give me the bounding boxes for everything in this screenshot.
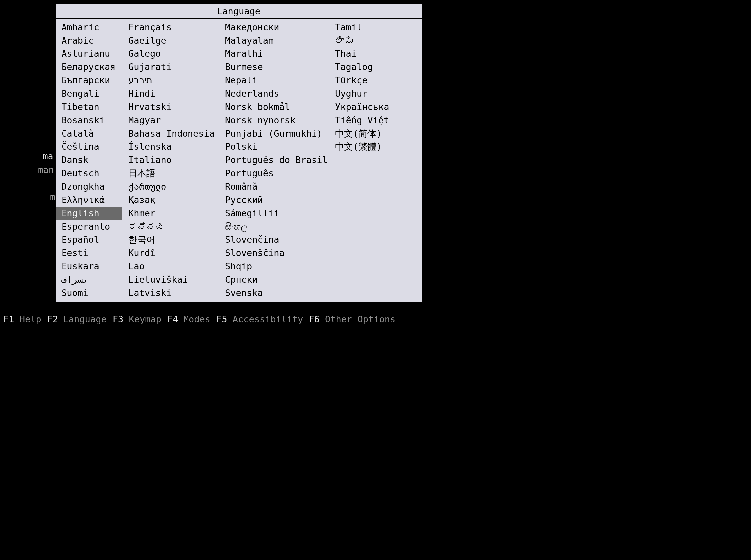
- background-text-fragment: ma: [42, 152, 53, 161]
- language-option[interactable]: Tamil: [329, 21, 418, 34]
- language-columns: AmharicArabicAsturianuБеларускаяБългарск…: [56, 19, 422, 302]
- background-text-fragment: man: [38, 165, 54, 175]
- language-option[interactable]: Burmese: [219, 60, 329, 74]
- language-option[interactable]: Bahasa Indonesia: [122, 127, 219, 140]
- language-dialog-title: Language: [56, 4, 422, 19]
- fkey-label: Language: [63, 314, 107, 324]
- language-option[interactable]: Español: [56, 233, 122, 246]
- language-column: МакедонскиMalayalamMarathiBurmeseNepaliN…: [219, 19, 329, 302]
- language-option[interactable]: Nederlands: [219, 87, 329, 100]
- language-option[interactable]: లేెాఎేు: [329, 34, 418, 47]
- language-option[interactable]: 中文(简体): [329, 127, 418, 140]
- language-option[interactable]: Deutsch: [56, 167, 122, 180]
- language-option[interactable]: Bengali: [56, 87, 122, 100]
- language-option[interactable]: Gaeilge: [122, 34, 219, 47]
- language-option[interactable]: Esperanto: [56, 220, 122, 233]
- language-option[interactable]: Português do Brasil: [219, 154, 329, 167]
- language-option[interactable]: සිංහල: [219, 220, 329, 233]
- fkey-key: F1: [3, 314, 14, 324]
- language-option[interactable]: Türkçe: [329, 74, 418, 87]
- language-option[interactable]: ქართული: [122, 180, 219, 193]
- language-option[interactable]: Latviski: [122, 286, 219, 300]
- language-option[interactable]: Čeština: [56, 140, 122, 154]
- language-option[interactable]: 中文(繁體): [329, 140, 418, 154]
- language-option[interactable]: Euskara: [56, 260, 122, 273]
- language-option[interactable]: תירבע: [122, 74, 219, 87]
- language-option[interactable]: Eesti: [56, 246, 122, 260]
- language-option[interactable]: Dzongkha: [56, 180, 122, 193]
- language-option[interactable]: Русский: [219, 193, 329, 206]
- language-option[interactable]: Norsk bokmål: [219, 100, 329, 114]
- language-option[interactable]: Malayalam: [219, 34, 329, 47]
- language-option[interactable]: Galego: [122, 47, 219, 60]
- fkey-label: Accessibility: [233, 314, 303, 324]
- language-option[interactable]: Thai: [329, 47, 418, 60]
- language-option[interactable]: Shqip: [219, 260, 329, 273]
- fkey-f4[interactable]: F4 Modes: [167, 314, 210, 324]
- language-option[interactable]: Tagalog: [329, 60, 418, 74]
- fkey-f3[interactable]: F3 Keymap: [113, 314, 161, 324]
- language-option[interactable]: Slovenščina: [219, 246, 329, 260]
- language-option[interactable]: Українська: [329, 100, 418, 114]
- language-option[interactable]: Беларуская: [56, 60, 122, 74]
- language-option[interactable]: Punjabi (Gurmukhi): [219, 127, 329, 140]
- language-option[interactable]: Amharic: [56, 21, 122, 34]
- language-option[interactable]: Kurdî: [122, 246, 219, 260]
- language-option[interactable]: Norsk nynorsk: [219, 114, 329, 127]
- language-option[interactable]: Svenska: [219, 286, 329, 300]
- language-column: FrançaisGaeilgeGalegoGujaratiתירבעHindiH…: [122, 19, 219, 302]
- boot-screen: mamanmD STORAGEGB STORAGETORAGE STORAGET…: [0, 0, 439, 327]
- language-option[interactable]: 한국어: [122, 233, 219, 246]
- language-option[interactable]: Arabic: [56, 34, 122, 47]
- fkey-label: Help: [20, 314, 41, 324]
- language-option[interactable]: ಕನೆಿನಡ: [122, 220, 219, 233]
- fkey-key: F3: [113, 314, 124, 324]
- language-column: TamilలేెాఎేుThaiTagalogTürkçeUyghurУкраї…: [329, 19, 418, 302]
- language-option[interactable]: Hindi: [122, 87, 219, 100]
- fkey-f5[interactable]: F5 Accessibility: [216, 314, 303, 324]
- language-option[interactable]: Íslenska: [122, 140, 219, 154]
- background-text-fragment: m: [50, 192, 55, 202]
- language-option[interactable]: Српски: [219, 273, 329, 286]
- language-option[interactable]: Suomi: [56, 286, 122, 300]
- function-key-bar: F1 HelpF2 LanguageF3 KeymapF4 ModesF5 Ac…: [3, 314, 395, 324]
- language-option[interactable]: Uyghur: [329, 87, 418, 100]
- language-option[interactable]: Ελληνικά: [56, 193, 122, 206]
- fkey-f1[interactable]: F1 Help: [3, 314, 41, 324]
- language-option[interactable]: Български: [56, 74, 122, 87]
- language-option[interactable]: Dansk: [56, 154, 122, 167]
- language-option[interactable]: Lietuviškai: [122, 273, 219, 286]
- language-option[interactable]: Tiếng Việt: [329, 114, 418, 127]
- language-option[interactable]: English: [56, 206, 122, 220]
- language-option[interactable]: Asturianu: [56, 47, 122, 60]
- fkey-key: F4: [167, 314, 178, 324]
- language-option[interactable]: Română: [219, 180, 329, 193]
- fkey-key: F2: [47, 314, 58, 324]
- language-option[interactable]: Marathi: [219, 47, 329, 60]
- language-option[interactable]: Қазақ: [122, 193, 219, 206]
- fkey-label: Keymap: [129, 314, 161, 324]
- language-option[interactable]: 日本語: [122, 167, 219, 180]
- language-option[interactable]: ىسراف: [56, 273, 122, 286]
- language-option[interactable]: Tibetan: [56, 100, 122, 114]
- language-option[interactable]: Italiano: [122, 154, 219, 167]
- language-option[interactable]: Français: [122, 21, 219, 34]
- language-option[interactable]: Català: [56, 127, 122, 140]
- fkey-f6[interactable]: F6 Other Options: [309, 314, 395, 324]
- language-option[interactable]: Magyar: [122, 114, 219, 127]
- language-option[interactable]: Bosanski: [56, 114, 122, 127]
- language-option[interactable]: Hrvatski: [122, 100, 219, 114]
- language-option[interactable]: Polski: [219, 140, 329, 154]
- language-option[interactable]: Khmer: [122, 206, 219, 220]
- language-option[interactable]: Sámegillii: [219, 206, 329, 220]
- language-option[interactable]: Slovenčina: [219, 233, 329, 246]
- language-option[interactable]: Português: [219, 167, 329, 180]
- language-option[interactable]: Lao: [122, 260, 219, 273]
- fkey-f2[interactable]: F2 Language: [47, 314, 107, 324]
- language-option[interactable]: Македонски: [219, 21, 329, 34]
- language-option[interactable]: Gujarati: [122, 60, 219, 74]
- fkey-key: F5: [216, 314, 227, 324]
- language-option[interactable]: Nepali: [219, 74, 329, 87]
- language-column: AmharicArabicAsturianuБеларускаяБългарск…: [56, 19, 122, 302]
- fkey-label: Modes: [184, 314, 210, 324]
